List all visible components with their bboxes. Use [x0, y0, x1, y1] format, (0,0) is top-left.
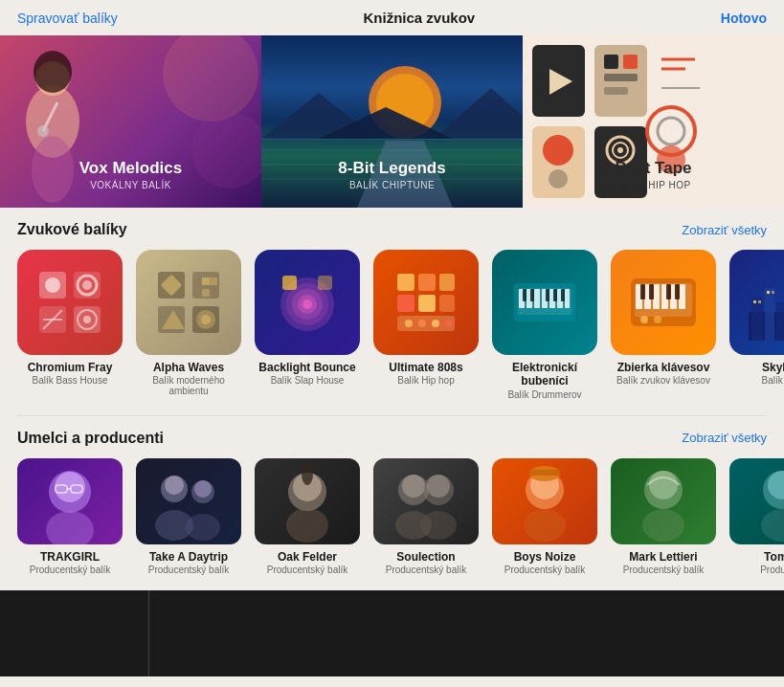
pack-type-chromium-fray: Balík Bass House [17, 375, 123, 386]
svg-point-76 [432, 320, 439, 327]
svg-point-135 [402, 475, 425, 498]
pack-item-alpha-waves[interactable]: Alpha Waves Balík moderného ambientu [136, 250, 241, 400]
svg-point-150 [761, 509, 784, 542]
sound-packs-scroll[interactable]: Chromium Fray Balík Bass House Alpha Wav… [0, 246, 784, 415]
artist-item-lettieri[interactable]: Mark Lettieri Producentský balík [611, 458, 716, 575]
svg-rect-72 [439, 295, 455, 312]
svg-point-146 [649, 471, 678, 499]
svg-rect-22 [623, 55, 638, 69]
artist-name-boys-noize: Boys Noize [492, 550, 597, 564]
pack-item-keys[interactable]: Zbierka klávesov Balík zvukov klávesov [611, 250, 716, 400]
svg-point-74 [405, 320, 413, 327]
svg-point-132 [302, 462, 313, 485]
hero-8bit-legends[interactable]: 8-Bit Legends BALÍK CHIPTUNE [261, 35, 523, 208]
svg-point-64 [302, 299, 312, 309]
hero2-title: 8-Bit Legends [261, 159, 523, 178]
svg-rect-102 [666, 284, 671, 299]
artist-type-boys-noize: Producentský balík [492, 565, 597, 575]
pack-icon-808s [373, 250, 479, 355]
hero3-text: Beat Tape BALÍK HIP HOP [523, 159, 784, 190]
svg-rect-54 [210, 277, 217, 285]
manage-packs-button[interactable]: Spravovať balíky [17, 11, 118, 26]
artist-img-soulection [373, 458, 479, 544]
artists-header: Umelci a producenti Zobraziť všetky [0, 416, 784, 454]
pack-item-backlight-bounce[interactable]: Backlight Bounce Balík Slap House [255, 250, 360, 400]
artist-item-tom[interactable]: Tom M Produce... [729, 458, 784, 575]
svg-point-133 [286, 508, 328, 543]
svg-rect-96 [653, 284, 660, 309]
artist-name-felder: Oak Felder [255, 550, 360, 564]
svg-point-137 [427, 475, 450, 498]
artist-item-boys-noize[interactable]: Boys Noize Producentský balík [492, 458, 597, 575]
svg-point-36 [658, 118, 684, 144]
pack-name-keys: Zbierka klávesov [611, 361, 716, 374]
svg-rect-113 [758, 300, 761, 303]
artist-type-trakgirl: Producentský balík [17, 565, 123, 575]
svg-rect-65 [282, 276, 297, 290]
hero2-subtitle: BALÍK CHIPTUNE [261, 180, 523, 190]
artists-show-all[interactable]: Zobraziť všetky [682, 431, 767, 445]
artist-item-trakgirl[interactable]: TRAKGIRL Producentský balík [17, 458, 123, 575]
artist-type-tom: Produce... [729, 565, 784, 575]
artist-item-felder[interactable]: Oak Felder Producentský balík [255, 458, 360, 575]
hero3-title: Beat Tape [523, 159, 784, 178]
svg-rect-21 [604, 55, 618, 69]
pack-name-808s: Ultimate 808s [373, 361, 479, 374]
svg-rect-53 [202, 289, 210, 297]
pack-icon-keys [611, 250, 716, 355]
svg-rect-23 [604, 74, 638, 81]
sound-packs-header: Zvukové balíky Zobraziť všetky [0, 208, 784, 246]
svg-rect-82 [534, 289, 540, 308]
svg-rect-69 [439, 274, 455, 291]
artist-item-soulection[interactable]: Soulection Producentský balík [373, 458, 479, 575]
artist-name-tom: Tom M [729, 550, 784, 564]
svg-rect-109 [776, 302, 784, 341]
artist-name-trakgirl: TRAKGIRL [17, 550, 123, 564]
artist-img-trakgirl [17, 458, 123, 544]
svg-rect-91 [561, 289, 565, 301]
done-button[interactable]: Hotovo [721, 11, 767, 26]
hero2-text: 8-Bit Legends BALÍK CHIPTUNE [261, 159, 523, 190]
artist-img-lettieri [611, 458, 716, 544]
svg-point-48 [83, 316, 91, 323]
pack-icon-alpha-waves [136, 250, 241, 355]
pack-icon-backlight-bounce [255, 250, 360, 355]
artist-type-lettieri: Producentský balík [611, 565, 716, 575]
artist-type-daytrip: Producentský balík [136, 565, 241, 575]
artists-scroll[interactable]: TRAKGIRL Producentský balík Take A Daytr… [0, 454, 784, 590]
svg-point-31 [617, 147, 623, 153]
hero1-title: Vox Melodics [0, 159, 261, 178]
svg-point-119 [55, 472, 85, 502]
svg-rect-103 [675, 284, 680, 299]
pack-item-drums[interactable]: Elektronickí bubeníci Balík Drummerov [492, 250, 597, 400]
pack-type-808s: Balík Hip hop [373, 375, 479, 386]
pack-item-ultimate-808s[interactable]: Ultimate 808s Balík Hip hop [373, 250, 479, 400]
svg-rect-99 [679, 284, 685, 309]
sound-packs-show-all[interactable]: Zobraziť všetky [682, 223, 767, 237]
svg-rect-24 [604, 87, 628, 95]
svg-marker-16 [434, 88, 523, 139]
pack-type-backlight-bounce: Balík Slap House [255, 375, 360, 386]
artists-title: Umelci a producenti [17, 430, 164, 447]
hero-vox-melodics[interactable]: Vox Melodics VOKÁLNY BALÍK [0, 35, 261, 208]
svg-rect-101 [649, 284, 654, 299]
svg-point-125 [165, 476, 184, 495]
svg-rect-70 [397, 295, 414, 312]
svg-point-75 [418, 320, 426, 327]
sound-packs-title: Zvukové balíky [17, 221, 127, 238]
svg-rect-67 [397, 274, 414, 291]
pack-icon-skyline [729, 250, 784, 355]
pack-icon-drums [492, 250, 597, 355]
hero1-text: Vox Melodics VOKÁLNY BALÍK [0, 159, 261, 190]
svg-point-104 [640, 316, 648, 323]
svg-point-6 [163, 35, 258, 122]
artist-item-daytrip[interactable]: Take A Daytrip Producentský balík [136, 458, 241, 575]
pack-item-chromium-fray[interactable]: Chromium Fray Balík Bass House [17, 250, 123, 400]
hero-beat-tape[interactable]: Beat Tape BALÍK HIP HOP [523, 35, 784, 208]
pack-item-skyline[interactable]: Skyline Balík Hi... [729, 250, 784, 400]
svg-point-139 [420, 511, 457, 540]
top-bar: Spravovať balíky Knižnica zvukov Hotovo [0, 0, 784, 35]
svg-rect-143 [529, 470, 560, 476]
svg-rect-88 [530, 289, 534, 301]
page-title: Knižnica zvukov [363, 10, 475, 26]
